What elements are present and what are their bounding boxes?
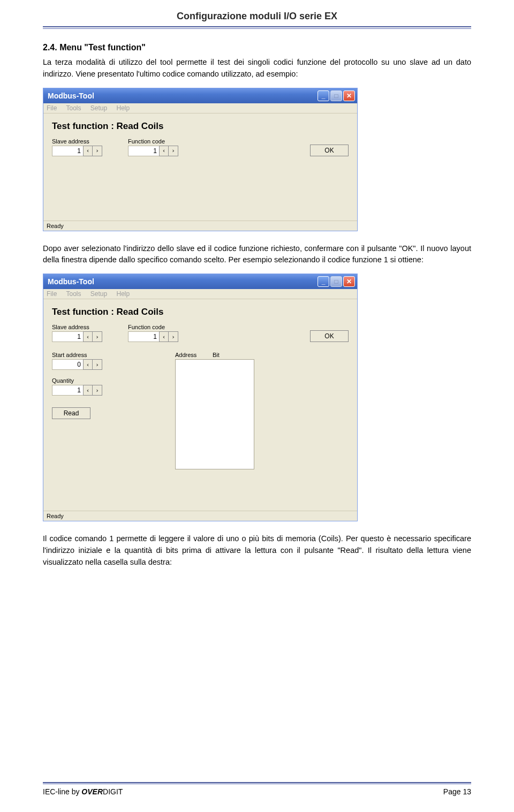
function-code-input[interactable]: 1 xyxy=(128,146,159,156)
form-title: Test function : Read Coils xyxy=(52,307,349,317)
function-code-input[interactable]: 1 xyxy=(128,331,159,342)
client-area: Test function : Read Coils Slave address… xyxy=(43,299,357,511)
menu-tools[interactable]: Tools xyxy=(66,290,81,298)
footer-brand: IEC-line by OVERDIGIT xyxy=(43,787,123,796)
menu-help[interactable]: Help xyxy=(117,104,130,112)
function-code-increment[interactable]: › xyxy=(169,331,178,342)
titlebar: Modbus-Tool _ □ ✕ xyxy=(43,88,357,103)
modbus-tool-window-2: Modbus-Tool _ □ ✕ File Tools Setup Help … xyxy=(43,274,358,521)
final-paragraph: Il codice comando 1 permette di leggere … xyxy=(43,533,471,568)
quantity-increment[interactable]: › xyxy=(93,385,102,396)
statusbar: Ready xyxy=(43,221,357,231)
close-button[interactable]: ✕ xyxy=(343,276,355,287)
chevron-right-icon: › xyxy=(95,333,99,340)
slave-address-increment[interactable]: › xyxy=(93,146,102,156)
function-code-label: Function code xyxy=(128,324,178,330)
minimize-button[interactable]: _ xyxy=(318,276,329,287)
page-footer: IEC-line by OVERDIGIT Page 13 xyxy=(43,782,471,796)
close-button[interactable]: ✕ xyxy=(343,90,355,101)
footer-rule-thin xyxy=(43,784,471,784)
close-icon: ✕ xyxy=(346,278,352,285)
maximize-button[interactable]: □ xyxy=(330,90,342,101)
window-title: Modbus-Tool xyxy=(48,277,316,286)
slave-address-label: Slave address xyxy=(52,324,102,330)
section-title: Menu "Test function" xyxy=(59,43,146,52)
intro-paragraph: La terza modalità di utilizzo del tool p… xyxy=(43,57,471,80)
chevron-right-icon: › xyxy=(171,147,175,154)
start-address-increment[interactable]: › xyxy=(93,359,102,370)
quantity-input[interactable]: 1 xyxy=(52,385,83,396)
menu-setup[interactable]: Setup xyxy=(90,290,107,298)
chevron-right-icon: › xyxy=(171,333,175,340)
header-rule-thick xyxy=(43,26,471,27)
start-address-label: Start address xyxy=(52,352,149,358)
minimize-icon: _ xyxy=(322,92,326,100)
chevron-right-icon: › xyxy=(95,387,99,394)
statusbar: Ready xyxy=(43,511,357,521)
slave-address-input[interactable]: 1 xyxy=(52,146,83,156)
address-column-label: Address xyxy=(175,352,213,358)
function-code-label: Function code xyxy=(128,138,178,145)
form-title: Test function : Read Coils xyxy=(52,121,349,132)
result-list[interactable] xyxy=(175,359,254,469)
footer-brand-digit: DIGIT xyxy=(103,787,123,796)
minimize-button[interactable]: _ xyxy=(318,90,329,101)
menu-file[interactable]: File xyxy=(47,104,57,112)
function-code-decrement[interactable]: ‹ xyxy=(159,331,169,342)
chevron-right-icon: › xyxy=(95,147,99,154)
section-heading: 2.4. Menu "Test function" xyxy=(43,43,471,52)
header-rule-thin xyxy=(43,28,471,29)
maximize-icon: □ xyxy=(334,92,338,100)
chevron-right-icon: › xyxy=(95,361,99,368)
menu-setup[interactable]: Setup xyxy=(90,104,107,112)
footer-brand-over: OVER xyxy=(81,787,103,796)
client-area: Test function : Read Coils Slave address… xyxy=(43,113,357,221)
modbus-tool-window-1: Modbus-Tool _ □ ✕ File Tools Setup Help … xyxy=(43,88,358,231)
ok-button[interactable]: OK xyxy=(310,330,349,342)
slave-address-decrement[interactable]: ‹ xyxy=(83,331,93,342)
middle-paragraph: Dopo aver selezionato l'indirizzo dello … xyxy=(43,243,471,267)
chevron-left-icon: ‹ xyxy=(86,147,90,154)
menubar: File Tools Setup Help xyxy=(43,103,357,113)
footer-prefix: IEC-line by xyxy=(43,787,81,796)
section-number: 2.4. xyxy=(43,43,57,52)
close-icon: ✕ xyxy=(346,92,352,100)
chevron-left-icon: ‹ xyxy=(86,387,90,394)
function-code-decrement[interactable]: ‹ xyxy=(159,146,169,156)
menu-help[interactable]: Help xyxy=(117,290,130,298)
chevron-left-icon: ‹ xyxy=(86,361,90,368)
menu-file[interactable]: File xyxy=(47,290,57,298)
page-title: Configurazione moduli I/O serie EX xyxy=(43,11,471,22)
slave-address-label: Slave address xyxy=(52,138,102,145)
footer-rule-thick xyxy=(43,782,471,783)
chevron-left-icon: ‹ xyxy=(86,333,90,340)
start-address-decrement[interactable]: ‹ xyxy=(83,359,93,370)
titlebar: Modbus-Tool _ □ ✕ xyxy=(43,274,357,289)
menu-tools[interactable]: Tools xyxy=(66,104,81,112)
page-number: Page 13 xyxy=(443,787,471,796)
chevron-left-icon: ‹ xyxy=(162,147,166,154)
maximize-button[interactable]: □ xyxy=(330,276,342,287)
maximize-icon: □ xyxy=(334,278,338,285)
chevron-left-icon: ‹ xyxy=(162,333,166,340)
slave-address-decrement[interactable]: ‹ xyxy=(83,146,93,156)
menubar: File Tools Setup Help xyxy=(43,289,357,299)
slave-address-input[interactable]: 1 xyxy=(52,331,83,342)
start-address-input[interactable]: 0 xyxy=(52,359,83,370)
result-header: Address Bit xyxy=(175,352,254,358)
window-title: Modbus-Tool xyxy=(48,92,316,100)
ok-button[interactable]: OK xyxy=(310,145,349,156)
quantity-decrement[interactable]: ‹ xyxy=(83,385,93,396)
slave-address-increment[interactable]: › xyxy=(93,331,102,342)
quantity-label: Quantity xyxy=(52,377,149,384)
function-code-increment[interactable]: › xyxy=(169,146,178,156)
read-button[interactable]: Read xyxy=(52,407,90,419)
bit-column-label: Bit xyxy=(213,352,220,358)
minimize-icon: _ xyxy=(322,278,326,285)
